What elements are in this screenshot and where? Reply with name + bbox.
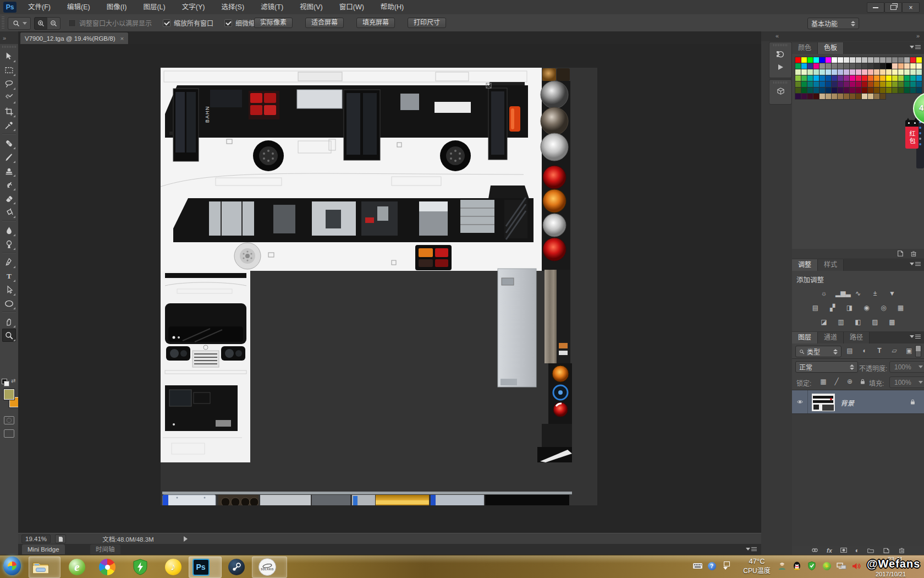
tab-colors-色板[interactable]: 色板 [818, 42, 844, 54]
swatch-1-7[interactable] [838, 63, 843, 69]
swatch-6-13[interactable] [874, 94, 879, 99]
layer-thumbnail[interactable] [812, 394, 835, 411]
taskbar-start-icon[interactable] [3, 557, 21, 575]
visibility-toggle[interactable] [792, 390, 808, 413]
minimize-button[interactable] [867, 2, 884, 13]
crop-tool[interactable] [2, 105, 16, 118]
swatch-6-1[interactable] [801, 94, 807, 99]
tray-volume-red-icon[interactable] [851, 561, 862, 571]
swatch-5-13[interactable] [874, 88, 879, 93]
3d-panel-icon[interactable] [769, 85, 791, 98]
swatch-3-12[interactable] [868, 75, 873, 81]
collapse-right-icon[interactable]: » [916, 32, 920, 39]
swatch-2-3[interactable] [813, 69, 819, 75]
swatch-0-18[interactable] [904, 57, 910, 63]
swatch-3-18[interactable] [904, 75, 910, 81]
swatch-3-20[interactable] [916, 75, 922, 81]
swatch-1-13[interactable] [874, 63, 879, 69]
swatch-1-1[interactable] [801, 63, 807, 69]
swatch-4-10[interactable] [856, 81, 861, 87]
swatch-0-4[interactable] [820, 57, 825, 63]
shape-tool[interactable] [2, 297, 16, 310]
adjustment-channel-mixer-icon[interactable]: ◎ [878, 303, 889, 313]
clock-date[interactable]: 2017/10/21 [876, 571, 906, 577]
swatch-1-15[interactable] [886, 63, 892, 69]
swatch-0-9[interactable] [850, 57, 855, 63]
swatch-4-11[interactable] [862, 81, 867, 87]
swatch-5-16[interactable] [892, 88, 898, 93]
eyedropper-tool[interactable] [2, 118, 16, 132]
swatch-0-13[interactable] [874, 57, 879, 63]
swatch-1-19[interactable] [910, 63, 916, 69]
swatch-4-9[interactable] [850, 81, 855, 87]
layer-name[interactable]: 背景 [840, 397, 854, 408]
tab-adjust-样式[interactable]: 样式 [818, 259, 844, 271]
swatch-5-12[interactable] [868, 88, 873, 93]
swatch-5-15[interactable] [886, 88, 892, 93]
tray-network-icon[interactable] [836, 561, 847, 571]
swatch-2-19[interactable] [910, 69, 916, 75]
swatch-3-8[interactable] [844, 75, 849, 81]
menu-item-type[interactable]: 文字(Y) [174, 0, 213, 14]
bottom-panel-menu-icon[interactable] [746, 547, 757, 551]
status-flyout-icon[interactable] [184, 536, 188, 542]
swatch-4-20[interactable] [916, 81, 922, 87]
swatch-1-16[interactable] [892, 63, 898, 69]
foreground-color-swatch[interactable] [3, 389, 15, 400]
swatch-6-3[interactable] [813, 94, 819, 99]
swatch-0-3[interactable] [813, 57, 819, 63]
magic-wand-tool[interactable] [2, 91, 16, 104]
tab-layers-图层[interactable]: 图层 [792, 332, 818, 343]
swatch-4-15[interactable] [886, 81, 892, 87]
swatch-0-6[interactable] [832, 57, 837, 63]
swatch-4-19[interactable] [910, 81, 916, 87]
blur-tool[interactable] [2, 223, 16, 237]
canvas-area[interactable]: BAHN [18, 44, 761, 533]
status-page-icon[interactable] [55, 535, 66, 543]
swatch-5-17[interactable] [898, 88, 904, 93]
layer-filter-type[interactable]: 类型 [795, 346, 842, 357]
menu-item-layer[interactable]: 图层(L) [135, 0, 173, 14]
swatch-2-17[interactable] [898, 69, 904, 75]
dodge-tool[interactable] [2, 237, 16, 250]
swatch-6-8[interactable] [844, 94, 849, 99]
swatch-2-7[interactable] [838, 69, 843, 75]
layer-style-icon[interactable]: fx [827, 547, 832, 554]
adjustment-gradient-map-icon[interactable]: ▨ [870, 318, 881, 327]
swap-colors-icon[interactable]: ⇄ [11, 378, 15, 384]
adjustment-threshold-icon[interactable]: ◧ [853, 318, 864, 327]
swatch-0-1[interactable] [801, 57, 807, 63]
swatch-0-12[interactable] [868, 57, 873, 63]
adjustment-invert-icon[interactable]: ◪ [818, 318, 829, 327]
swatch-3-0[interactable] [795, 75, 801, 81]
swatch-6-14[interactable] [880, 94, 886, 99]
swatch-4-17[interactable] [898, 81, 904, 87]
blend-mode-select[interactable]: 正常 [795, 361, 858, 373]
swatch-2-2[interactable] [807, 69, 813, 75]
swatch-6-10[interactable] [856, 94, 861, 99]
collapse-left-icon[interactable]: « [776, 32, 779, 39]
layer-row-background[interactable]: 背景 [792, 390, 924, 414]
lasso-tool[interactable] [2, 77, 16, 90]
swatch-4-8[interactable] [844, 81, 849, 87]
swatch-5-7[interactable] [838, 88, 843, 93]
workspace-switcher[interactable]: 基本功能 [807, 18, 859, 29]
swatch-4-5[interactable] [826, 81, 831, 87]
lock-position-icon[interactable]: ⊕ [845, 378, 855, 385]
swatch-1-20[interactable] [916, 63, 922, 69]
tray-qq-icon[interactable] [791, 561, 802, 571]
checkbox-icon[interactable] [224, 19, 232, 27]
swatch-6-11[interactable] [862, 94, 867, 99]
swatch-2-16[interactable] [892, 69, 898, 75]
checkbox-icon[interactable] [68, 19, 76, 27]
swatch-0-7[interactable] [838, 57, 843, 63]
swatch-6-5[interactable] [826, 94, 831, 99]
swatch-2-15[interactable] [886, 69, 892, 75]
swatch-4-6[interactable] [832, 81, 837, 87]
menu-item-filter[interactable]: 滤镜(T) [252, 0, 292, 14]
filter-smart-objects-icon[interactable]: ▣ [904, 347, 914, 355]
tray-green-shield-icon[interactable] [806, 561, 817, 571]
zoom-preset-button-3[interactable]: 打印尺寸 [408, 18, 446, 28]
zoom-preset-button-1[interactable]: 适合屏幕 [305, 18, 344, 28]
swatch-3-6[interactable] [832, 75, 837, 81]
